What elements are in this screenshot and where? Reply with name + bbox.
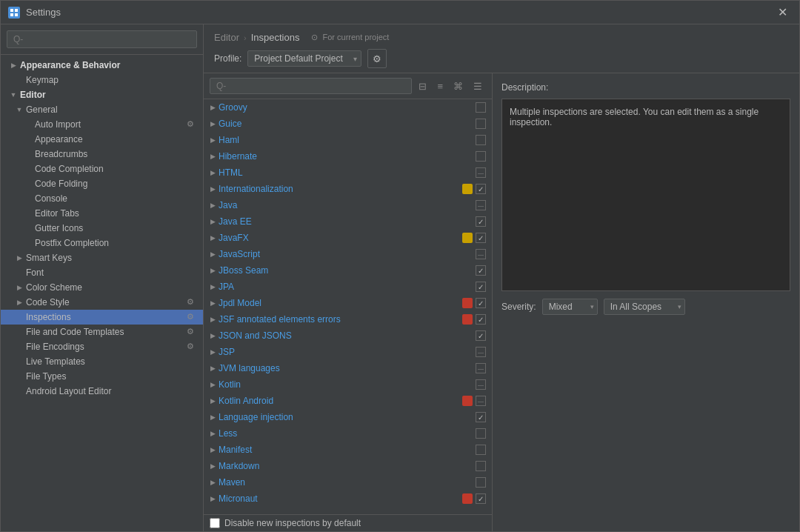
sidebar-item-appearance-behavior[interactable]: ▶ Appearance & Behavior xyxy=(1,58,203,73)
list-item[interactable]: ▶ Language injection ✓ xyxy=(204,409,492,425)
sidebar-item-smart-keys[interactable]: ▶ Smart Keys xyxy=(1,250,203,265)
inspection-checkbox[interactable] xyxy=(476,135,486,145)
inspection-checkbox[interactable] xyxy=(476,428,486,439)
inspection-checkbox[interactable]: ✓ xyxy=(476,282,486,292)
project-icon: ⊙ xyxy=(311,33,318,41)
sidebar-item-postfix-completion[interactable]: Postfix Completion xyxy=(1,236,203,250)
inspection-checkbox[interactable] xyxy=(476,461,486,471)
sidebar-item-code-style[interactable]: ▶ Code Style ⚙ xyxy=(1,295,203,310)
list-item[interactable]: ▶ Less xyxy=(204,425,492,442)
list-item[interactable]: ▶ Manifest xyxy=(204,442,492,458)
sidebar-tree: ▶ Appearance & Behavior Keymap ▼ Editor … xyxy=(1,55,203,531)
inspection-checkbox[interactable]: ✓ xyxy=(476,265,486,276)
inspection-checkbox[interactable] xyxy=(476,102,486,113)
arrow-icon: ▶ xyxy=(208,396,217,405)
inspection-checkbox[interactable]: — xyxy=(476,249,486,259)
sidebar-item-live-templates[interactable]: Live Templates xyxy=(1,354,203,369)
inspection-label: Maven xyxy=(217,477,476,488)
sidebar-item-code-folding[interactable]: Code Folding xyxy=(1,176,203,191)
inspection-checkbox[interactable]: ✓ xyxy=(476,233,486,243)
inspection-checkbox[interactable] xyxy=(476,119,486,129)
list-item[interactable]: ▶ Maven xyxy=(204,474,492,491)
sidebar-search-input[interactable] xyxy=(7,30,197,48)
inspection-checkbox[interactable] xyxy=(476,477,486,488)
filter-button[interactable]: ⊟ xyxy=(415,79,430,94)
list-item[interactable]: ▶ JBoss Seam ✓ xyxy=(204,262,492,279)
inspection-checkbox[interactable] xyxy=(476,151,486,162)
sidebar-item-file-types[interactable]: File Types xyxy=(1,369,203,384)
severity-select[interactable]: Mixed Error Warning Info xyxy=(542,299,598,315)
sidebar-item-file-code-templates[interactable]: File and Code Templates ⚙ xyxy=(1,325,203,339)
description-title: Description: xyxy=(501,82,790,93)
close-button[interactable]: ✕ xyxy=(773,4,792,21)
sidebar-item-general[interactable]: ▼ General xyxy=(1,102,203,117)
list-item[interactable]: ▶ Java EE ✓ xyxy=(204,213,492,230)
list-item[interactable]: ▶ HTML — xyxy=(204,164,492,181)
inspection-checkbox[interactable]: ✓ xyxy=(476,330,486,341)
sidebar-item-code-completion[interactable]: Code Completion xyxy=(1,162,203,176)
list-item[interactable]: ▶ Guice xyxy=(204,116,492,132)
sidebar-item-editor-tabs[interactable]: Editor Tabs xyxy=(1,206,203,221)
menu-button[interactable]: ☰ xyxy=(470,79,486,94)
arrow-icon: ▶ xyxy=(208,119,217,128)
severity-dot xyxy=(462,298,473,308)
sidebar-item-file-encodings[interactable]: File Encodings ⚙ xyxy=(1,339,203,354)
list-item[interactable]: ▶ JVM languages — xyxy=(204,360,492,376)
inspection-label: Hibernate xyxy=(217,151,476,162)
profile-gear-button[interactable]: ⚙ xyxy=(367,49,387,68)
sidebar-item-editor[interactable]: ▼ Editor xyxy=(1,87,203,102)
sidebar-item-keymap[interactable]: Keymap xyxy=(1,73,203,87)
inspection-checkbox[interactable]: ✓ xyxy=(476,298,486,308)
list-item[interactable]: ▶ Groovy xyxy=(204,99,492,116)
sidebar-item-color-scheme[interactable]: ▶ Color Scheme xyxy=(1,280,203,295)
sidebar-item-gutter-icons[interactable]: Gutter Icons xyxy=(1,221,203,236)
list-item[interactable]: ▶ Micronaut ✓ xyxy=(204,491,492,507)
list-item[interactable]: ▶ Internationalization ✓ xyxy=(204,181,492,197)
sidebar-item-font[interactable]: Font xyxy=(1,265,203,280)
arrow-icon: ▶ xyxy=(208,478,217,487)
sidebar-item-inspections[interactable]: Inspections ⚙ xyxy=(1,310,203,325)
expand-all-button[interactable]: ≡ xyxy=(433,79,447,94)
sidebar-item-auto-import[interactable]: Auto Import ⚙ xyxy=(1,117,203,132)
arrow-icon: ▶ xyxy=(208,233,217,242)
sidebar-item-breadcrumbs[interactable]: Breadcrumbs xyxy=(1,147,203,162)
list-item[interactable]: ▶ Kotlin Android — xyxy=(204,393,492,409)
list-item[interactable]: ▶ Java — xyxy=(204,197,492,213)
inspection-checkbox[interactable]: — xyxy=(476,379,486,390)
inspection-checkbox[interactable]: ✓ xyxy=(476,184,486,194)
inspection-checkbox[interactable]: — xyxy=(476,347,486,357)
inspection-checkbox[interactable]: — xyxy=(476,363,486,373)
inspection-checkbox[interactable]: ✓ xyxy=(476,314,486,325)
scope-select[interactable]: In All Scopes In Project Files xyxy=(604,299,685,315)
disable-new-inspections-checkbox[interactable] xyxy=(210,518,220,528)
inspection-search-input[interactable] xyxy=(210,78,412,94)
list-item[interactable]: ▶ JSF annotated elements errors ✓ xyxy=(204,311,492,327)
list-item[interactable]: ▶ Jpdl Model ✓ xyxy=(204,295,492,311)
sidebar-item-appearance[interactable]: Appearance xyxy=(1,132,203,147)
arrow-icon xyxy=(16,388,23,395)
main-header: Editor › Inspections ⊙ For current proje… xyxy=(204,24,799,73)
profile-select[interactable]: Project Default Project Default xyxy=(247,50,361,67)
inspection-checkbox[interactable]: — xyxy=(476,396,486,406)
collapse-all-button[interactable]: ⌘ xyxy=(450,79,467,94)
inspection-checkbox[interactable]: ✓ xyxy=(476,493,486,504)
list-item[interactable]: ▶ JavaFX ✓ xyxy=(204,230,492,246)
arrow-icon xyxy=(24,225,32,232)
inspection-checkbox[interactable]: — xyxy=(476,167,486,178)
list-item[interactable]: ▶ Haml xyxy=(204,132,492,148)
breadcrumb-inspections: Inspections xyxy=(251,32,300,43)
list-item[interactable]: ▶ Kotlin — xyxy=(204,376,492,393)
list-item[interactable]: ▶ JPA ✓ xyxy=(204,279,492,295)
sidebar-item-label: Code Folding xyxy=(35,179,87,189)
inspection-checkbox[interactable] xyxy=(476,445,486,455)
list-item[interactable]: ▶ Hibernate xyxy=(204,148,492,164)
list-item[interactable]: ▶ JavaScript — xyxy=(204,246,492,262)
sidebar-item-android-layout-editor[interactable]: Android Layout Editor xyxy=(1,384,203,399)
inspection-checkbox[interactable]: — xyxy=(476,200,486,210)
list-item[interactable]: ▶ JSON and JSONS ✓ xyxy=(204,327,492,344)
list-item[interactable]: ▶ Markdown xyxy=(204,458,492,474)
sidebar-item-console[interactable]: Console xyxy=(1,191,203,206)
list-item[interactable]: ▶ JSP — xyxy=(204,344,492,360)
inspection-checkbox[interactable]: ✓ xyxy=(476,216,486,227)
inspection-checkbox[interactable]: ✓ xyxy=(476,412,486,422)
